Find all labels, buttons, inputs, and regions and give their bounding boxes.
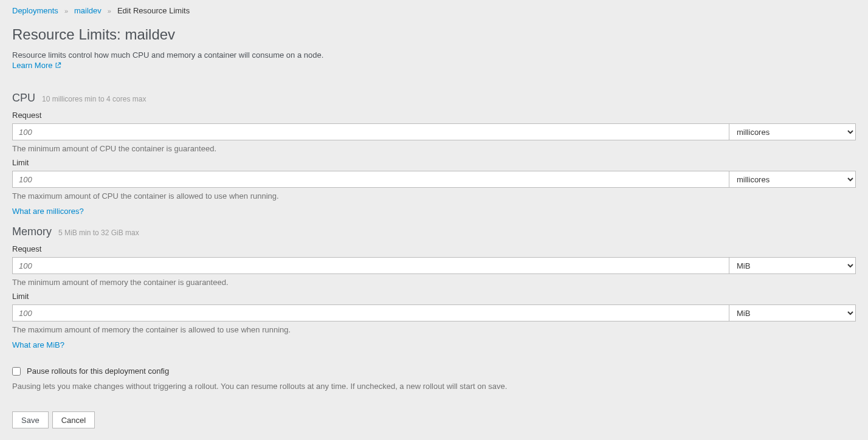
memory-unit-help-link[interactable]: What are MiB? [12,340,856,349]
memory-request-unit-select[interactable]: MiB [729,257,856,274]
pause-help: Pausing lets you make changes without tr… [12,382,856,391]
memory-limit-unit-select[interactable]: MiB [729,304,856,321]
save-button[interactable]: Save [12,411,49,428]
memory-request-input[interactable] [12,257,729,274]
memory-title-text: Memory [12,225,52,238]
pause-checkbox-row: Pause rollouts for this deployment confi… [12,366,856,376]
memory-section-title: Memory 5 MiB min to 32 GiB max [12,225,856,238]
page-title: Resource Limits: maildev [12,26,856,43]
memory-request-row: MiB [12,257,856,274]
memory-limit-row: MiB [12,304,856,321]
breadcrumb-maildev[interactable]: maildev [74,6,102,15]
cpu-limit-unit-select[interactable]: millicores [729,171,856,188]
memory-request-label: Request [12,244,856,253]
cpu-limit-row: millicores [12,171,856,188]
pause-checkbox[interactable] [12,367,21,376]
cpu-request-row: millicores [12,123,856,140]
breadcrumb-current: Edit Resource Limits [117,6,190,15]
external-link-icon [55,62,61,69]
cpu-limit-help: The maximum amount of CPU the container … [12,191,856,201]
memory-hint: 5 MiB min to 32 GiB max [58,229,139,237]
cpu-hint: 10 millicores min to 4 cores max [42,95,146,103]
cpu-request-label: Request [12,111,856,120]
memory-limit-help: The maximum amount of memory the contain… [12,325,856,334]
breadcrumb-separator-icon: » [64,7,68,15]
cpu-limit-label: Limit [12,158,856,167]
learn-more-text: Learn More [12,61,52,70]
memory-limit-label: Limit [12,292,856,301]
cpu-request-input[interactable] [12,123,729,140]
learn-more-link[interactable]: Learn More [12,61,61,70]
button-row: Save Cancel [12,411,856,428]
memory-request-help: The minimum amount of memory the contain… [12,278,856,287]
cpu-limit-input[interactable] [12,171,729,188]
memory-limit-input[interactable] [12,304,729,321]
breadcrumb-separator-icon: » [108,7,111,15]
cpu-request-unit-select[interactable]: millicores [729,123,856,140]
cpu-section-title: CPU 10 millicores min to 4 cores max [12,92,856,105]
pause-label[interactable]: Pause rollouts for this deployment confi… [27,366,169,376]
cpu-request-help: The minimum amount of CPU the container … [12,144,856,153]
cpu-unit-help-link[interactable]: What are millicores? [12,207,856,216]
breadcrumb-deployments[interactable]: Deployments [12,6,58,15]
cancel-button[interactable]: Cancel [52,411,95,428]
cpu-title-text: CPU [12,92,35,104]
page-description: Resource limits control how much CPU and… [12,50,856,60]
breadcrumb: Deployments » maildev » Edit Resource Li… [12,6,856,15]
